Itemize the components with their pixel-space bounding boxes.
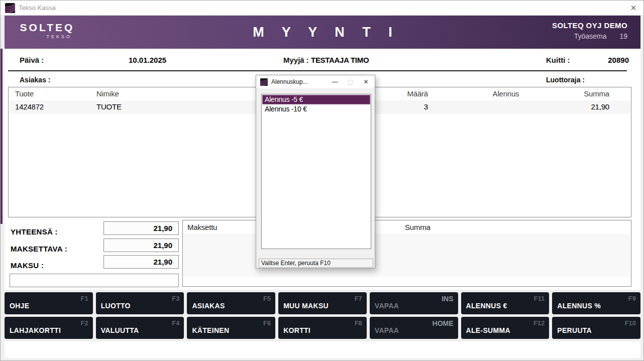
receipt-label: Kuitti : bbox=[546, 56, 570, 64]
button-label: PERUUTA bbox=[557, 326, 592, 334]
total-value-box: 21,90 bbox=[103, 221, 179, 235]
button-label: MUU MAKSU bbox=[283, 302, 329, 310]
button-key: F12 bbox=[533, 319, 545, 327]
col-header-nimike: Nimike bbox=[96, 89, 119, 98]
total-label: YHTEENSÄ : bbox=[11, 227, 58, 236]
button-label: VAPAA bbox=[375, 302, 399, 310]
bottom-message-bar bbox=[5, 341, 640, 358]
col-header-tuote: Tuote bbox=[15, 89, 34, 98]
window-title: Tekso Kassa bbox=[19, 4, 56, 12]
payment-label: MAKSU : bbox=[11, 261, 44, 270]
button-label: ALE-SUMMA bbox=[466, 326, 510, 334]
button-key: F4 bbox=[172, 319, 179, 327]
title-bar: Tekso Kassa ✕ bbox=[1, 1, 644, 16]
button-key: F2 bbox=[81, 319, 88, 327]
button-vapaa-ins: VAPAA INS bbox=[370, 292, 458, 314]
button-muu-maksu[interactable]: MUU MAKSU F7 bbox=[278, 292, 367, 314]
dialog-maximize-button: ▢ bbox=[343, 75, 358, 88]
customer-label: Asiakas : bbox=[20, 76, 50, 84]
button-vapaa-home: VAPAA HOME bbox=[370, 317, 458, 339]
button-label: OHJE bbox=[10, 302, 29, 310]
header-right-block: SOLTEQ OYJ DEMO Työasema19 bbox=[552, 21, 627, 40]
button-key: F3 bbox=[172, 295, 179, 302]
row-nimike: TUOTE bbox=[96, 102, 122, 111]
button-key: INS bbox=[442, 295, 453, 303]
button-label: VAPAA bbox=[375, 326, 399, 334]
button-kortti[interactable]: KORTTI F8 bbox=[278, 317, 367, 339]
company-name: SOLTEQ OYJ DEMO bbox=[552, 21, 627, 30]
button-label: LAHJAKORTTI bbox=[10, 326, 61, 334]
button-label: ALENNUS € bbox=[466, 302, 507, 310]
paid-col-header: Maksettu bbox=[187, 223, 217, 231]
button-valuutta[interactable]: VALUUTTA F4 bbox=[96, 317, 184, 339]
page-title: M Y Y N T I bbox=[5, 16, 640, 49]
button-ale-summa[interactable]: ALE-SUMMA F12 bbox=[461, 317, 550, 339]
credit-limit-label: Luottoraja : bbox=[546, 76, 585, 84]
date-value: 10.01.2025 bbox=[129, 56, 166, 64]
button-peruuta[interactable]: PERUUTA F10 bbox=[552, 317, 640, 339]
receipt-value: 20890 bbox=[608, 56, 629, 64]
paid-sum-header: Summa bbox=[405, 223, 431, 231]
left-accent-strip bbox=[1, 49, 3, 224]
button-key: F6 bbox=[263, 319, 271, 327]
row-tuote: 1424872 bbox=[15, 102, 44, 111]
workstation-info: Työasema19 bbox=[552, 32, 627, 40]
app-header: SOLTEQ TEKSO M Y Y N T I SOLTEQ OYJ DEMO… bbox=[5, 16, 640, 49]
button-key: F1 bbox=[81, 295, 88, 302]
seller-value: TESTAAJA TIMO bbox=[311, 56, 369, 64]
workstation-value: 19 bbox=[619, 32, 627, 40]
payable-label: MAKSETTAVA : bbox=[11, 245, 67, 253]
button-key: F9 bbox=[628, 295, 636, 302]
app-window: Tekso Kassa ✕ SOLTEQ TEKSO M Y Y N T I S… bbox=[0, 0, 644, 361]
button-label: LUOTTO bbox=[101, 302, 131, 310]
dialog-controls: — ▢ ✕ bbox=[327, 75, 374, 88]
button-label: VALUUTTA bbox=[101, 326, 139, 334]
payments-panel: Maksettu Summa bbox=[182, 220, 631, 287]
dialog-title-bar[interactable]: Alennuskup... — ▢ ✕ bbox=[256, 75, 375, 88]
window-close-button[interactable]: ✕ bbox=[622, 1, 644, 16]
seller-line: Myyjä : TESTAAJA TIMO bbox=[283, 56, 369, 64]
payment-value-box: 21,90 bbox=[103, 255, 179, 269]
row-maara: 3 bbox=[368, 102, 428, 111]
col-header-summa: Summa bbox=[584, 89, 609, 98]
payable-value-box: 21,90 bbox=[103, 238, 179, 252]
date-label: Päivä : bbox=[20, 56, 44, 64]
button-label: KÄTEINEN bbox=[192, 326, 229, 334]
button-label: KORTTI bbox=[283, 326, 310, 334]
list-item-discount-10[interactable]: Alennus -10 € bbox=[262, 104, 370, 114]
col-header-alennus: Alennus bbox=[475, 89, 537, 98]
entry-input[interactable] bbox=[10, 274, 179, 287]
button-label: ALENNUS % bbox=[557, 302, 601, 310]
button-key: F11 bbox=[534, 295, 545, 302]
function-button-grid: OHJE F1 LUOTTO F3 ASIAKAS F5 MUU MAKSU F… bbox=[5, 292, 640, 339]
list-item-discount-5[interactable]: Alennus -5 € bbox=[262, 95, 370, 104]
dialog-close-button[interactable]: ✕ bbox=[358, 75, 374, 88]
button-key: F5 bbox=[263, 295, 271, 302]
dialog-minimize-button[interactable]: — bbox=[327, 75, 343, 88]
paid-empty-rows bbox=[183, 233, 630, 277]
button-ohje[interactable]: OHJE F1 bbox=[5, 292, 93, 314]
button-asiakas[interactable]: ASIAKAS F5 bbox=[187, 292, 275, 314]
header-divider bbox=[8, 70, 627, 71]
button-kateinen[interactable]: KÄTEINEN F6 bbox=[187, 317, 275, 339]
seller-label: Myyjä : bbox=[283, 56, 309, 64]
button-key: F7 bbox=[355, 295, 362, 302]
row-summa: 21,90 bbox=[591, 102, 609, 111]
button-key: F8 bbox=[355, 319, 362, 327]
dialog-app-icon bbox=[260, 78, 268, 86]
button-key: HOME bbox=[433, 319, 454, 327]
dialog-status-bar: Valitse Enter, peruuta F10 bbox=[259, 259, 373, 268]
button-alennus-euro[interactable]: ALENNUS € F11 bbox=[461, 292, 550, 314]
button-luotto[interactable]: LUOTTO F3 bbox=[96, 292, 184, 314]
discount-dialog: Alennuskup... — ▢ ✕ Alennus -5 € Alennus… bbox=[256, 75, 375, 269]
button-alennus-prosentti[interactable]: ALENNUS % F9 bbox=[552, 292, 640, 314]
discount-listbox[interactable]: Alennus -5 € Alennus -10 € bbox=[261, 94, 371, 249]
button-key: F10 bbox=[625, 319, 636, 327]
button-label: ASIAKAS bbox=[192, 302, 225, 310]
dialog-title: Alennuskup... bbox=[271, 78, 308, 85]
col-header-maara: Määrä bbox=[368, 89, 428, 98]
workstation-label: Työasema bbox=[574, 32, 607, 40]
button-lahjakortti[interactable]: LAHJAKORTTI F2 bbox=[5, 317, 93, 339]
app-icon bbox=[5, 3, 15, 13]
